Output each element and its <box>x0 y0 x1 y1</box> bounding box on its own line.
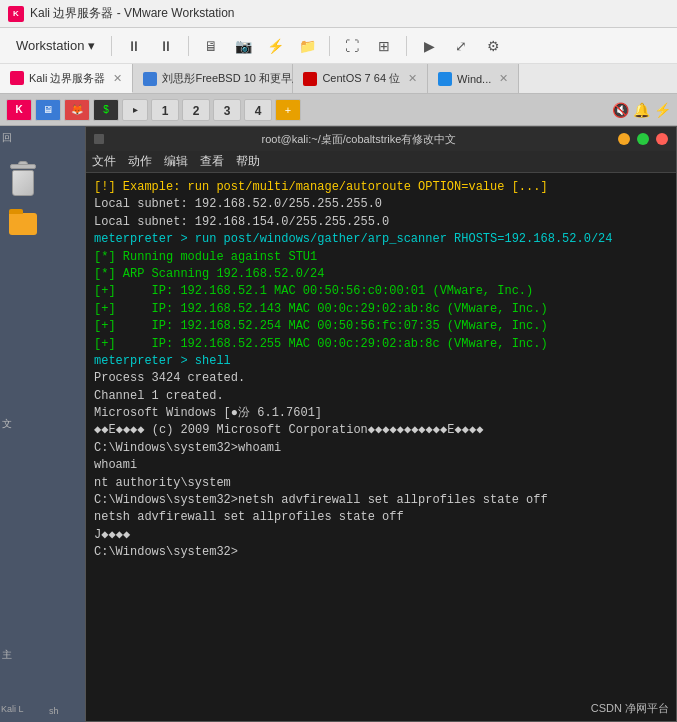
vm-app-btn-4[interactable]: ▸ <box>122 99 148 121</box>
battery-icon: ⚡ <box>654 102 671 118</box>
network-icon: 🔇 <box>612 102 629 118</box>
main-content-area: 回 文 主 Kali L <box>0 126 677 722</box>
vm-app-btn-2[interactable]: 🦊 <box>64 99 90 121</box>
vm-app-btn-1[interactable]: 🖥 <box>35 99 61 121</box>
sound-icon: 🔔 <box>633 102 650 118</box>
centos-tab-icon <box>303 72 317 86</box>
terminal-line: C:\Windows\system32>whoami <box>94 440 668 457</box>
terminal-win-buttons <box>94 134 104 144</box>
resize-button[interactable]: ⤢ <box>447 32 475 60</box>
terminal-menu-file[interactable]: 文件 <box>92 153 116 170</box>
bottom-vm-left-label: sh <box>49 706 59 716</box>
terminal-line: Microsoft Windows [●汾 6.1.7601] <box>94 405 668 422</box>
terminal-line: Process 3424 created. <box>94 370 668 387</box>
freebsd-tab-icon <box>143 72 157 86</box>
terminal-line: ◆◆E◆◆◆◆ (c) 2009 Microsoft Corporation◆◆… <box>94 422 668 439</box>
vm-main[interactable]: root@kali:~/桌面/cobaltstrike有修改中文 文件 动作 编… <box>45 126 677 722</box>
tab-centos[interactable]: CentOS 7 64 位 ✕ <box>293 64 428 93</box>
side-label-top: 回 <box>2 131 12 145</box>
vm-num-1[interactable]: 1 <box>151 99 179 121</box>
main-toolbar: Workstation ▾ ⏸ ⏸ 🖥 📷 ⚡ 📁 ⛶ ⊞ ▶ ⤢ ⚙ <box>0 28 677 64</box>
terminal-menu-view[interactable]: 查看 <box>200 153 224 170</box>
vm-num-3[interactable]: 3 <box>213 99 241 121</box>
vm-num-4[interactable]: 4 <box>244 99 272 121</box>
tab-freebsd[interactable]: 刘思彤FreeBSD 10 和更早版本 ✕ <box>133 64 293 93</box>
side-label-bottom: 主 <box>2 648 12 662</box>
terminal-menu-action[interactable]: 动作 <box>128 153 152 170</box>
terminal-line: [+] IP: 192.168.52.255 MAC 00:0c:29:02:a… <box>94 336 668 353</box>
toolbar-sep-4 <box>406 36 407 56</box>
terminal-menubar: 文件 动作 编辑 查看 帮助 <box>86 151 676 173</box>
vm-num-2[interactable]: 2 <box>182 99 210 121</box>
terminal-line: J◆◆◆◆ <box>94 527 668 544</box>
desktop-icon-trash[interactable] <box>6 161 40 201</box>
terminal-close-btn[interactable] <box>656 133 668 145</box>
terminal-line: meterpreter > run post/windows/gather/ar… <box>94 231 668 248</box>
title-bar: K Kali 边界服务器 - VMware Workstation <box>0 0 677 28</box>
snapshot-button[interactable]: 📷 <box>229 32 257 60</box>
wind-tab-icon <box>438 72 452 86</box>
trash-body <box>12 170 34 196</box>
bottom-right-label: CSDN 净网平台 <box>591 701 669 716</box>
pause-button[interactable]: ⏸ <box>120 32 148 60</box>
unity-button[interactable]: ⊞ <box>370 32 398 60</box>
terminal-minimize-btn[interactable] <box>618 133 630 145</box>
terminal-button[interactable]: ▶ <box>415 32 443 60</box>
terminal-line: [*] Running module against STU1 <box>94 249 668 266</box>
terminal-line: [*] ARP Scanning 192.168.52.0/24 <box>94 266 668 283</box>
settings-button[interactable]: ⚙ <box>479 32 507 60</box>
kali-tab-icon <box>10 71 24 85</box>
tab-kali-close[interactable]: ✕ <box>113 72 122 85</box>
terminal-win-controls <box>614 133 668 145</box>
vm-screen-inner: 回 文 主 Kali L <box>0 126 677 722</box>
tab-wind-close[interactable]: ✕ <box>499 72 508 85</box>
terminal-window[interactable]: root@kali:~/桌面/cobaltstrike有修改中文 文件 动作 编… <box>85 126 677 722</box>
tab-wind[interactable]: Wind... ✕ <box>428 64 519 93</box>
workstation-menu[interactable]: Workstation ▾ <box>8 34 103 57</box>
terminal-line: netsh advfirewall set allprofiles state … <box>94 509 668 526</box>
folder-tab <box>9 209 23 214</box>
vm-left-strip: 回 文 主 Kali L <box>0 126 45 722</box>
desktop-icon-folder[interactable] <box>6 213 40 253</box>
power-button[interactable]: ⚡ <box>261 32 289 60</box>
folder-body <box>9 213 37 235</box>
terminal-line: whoami <box>94 457 668 474</box>
tab-kali[interactable]: Kali 边界服务器 ✕ <box>0 64 133 93</box>
side-label-mid: 文 <box>2 417 12 431</box>
terminal-line: C:\Windows\system32> <box>94 544 668 561</box>
terminal-line: [+] IP: 192.168.52.1 MAC 00:50:56:c0:00:… <box>94 283 668 300</box>
terminal-menu-help[interactable]: 帮助 <box>236 153 260 170</box>
terminal-line: Channel 1 created. <box>94 388 668 405</box>
terminal-line: [!] Example: run post/multi/manage/autor… <box>94 179 668 196</box>
screen-button[interactable]: 🖥 <box>197 32 225 60</box>
toolbar-sep-3 <box>329 36 330 56</box>
notification-area: 🔇 🔔 ⚡ <box>612 102 671 118</box>
terminal-maximize-btn[interactable] <box>637 133 649 145</box>
terminal-menu-edit[interactable]: 编辑 <box>164 153 188 170</box>
terminal-titlebar: root@kali:~/桌面/cobaltstrike有修改中文 <box>86 127 676 151</box>
vm-screen[interactable]: 回 文 主 Kali L <box>0 126 677 722</box>
fullscreen-button[interactable]: ⛶ <box>338 32 366 60</box>
vm-add-workspace[interactable]: + <box>275 99 301 121</box>
vm-toolbar: K 🖥 🦊 $ ▸ 1 2 3 4 + 🔇 🔔 ⚡ <box>0 94 677 126</box>
terminal-line: nt authority\system <box>94 475 668 492</box>
bottom-left-label: Kali L <box>1 704 24 714</box>
toolbar-sep-2 <box>188 36 189 56</box>
pause2-button[interactable]: ⏸ <box>152 32 180 60</box>
terminal-line: C:\Windows\system32>netsh advfirewall se… <box>94 492 668 509</box>
window-title: Kali 边界服务器 - VMware Workstation <box>30 5 669 22</box>
terminal-title-text: root@kali:~/桌面/cobaltstrike有修改中文 <box>104 132 614 147</box>
folder-button[interactable]: 📁 <box>293 32 321 60</box>
vm-kali-icon[interactable]: K <box>6 99 32 121</box>
vm-app-btn-3[interactable]: $ <box>93 99 119 121</box>
terminal-line: Local subnet: 192.168.154.0/255.255.255.… <box>94 214 668 231</box>
trash-lid <box>10 164 36 169</box>
tab-bar: Kali 边界服务器 ✕ 刘思彤FreeBSD 10 和更早版本 ✕ CentO… <box>0 64 677 94</box>
terminal-menu-icon[interactable] <box>94 134 104 144</box>
terminal-content[interactable]: [!] Example: run post/multi/manage/autor… <box>86 173 676 721</box>
tab-centos-close[interactable]: ✕ <box>408 72 417 85</box>
terminal-line: [+] IP: 192.168.52.254 MAC 00:50:56:fc:0… <box>94 318 668 335</box>
app-icon: K <box>8 6 24 22</box>
terminal-line: meterpreter > shell <box>94 353 668 370</box>
toolbar-sep-1 <box>111 36 112 56</box>
